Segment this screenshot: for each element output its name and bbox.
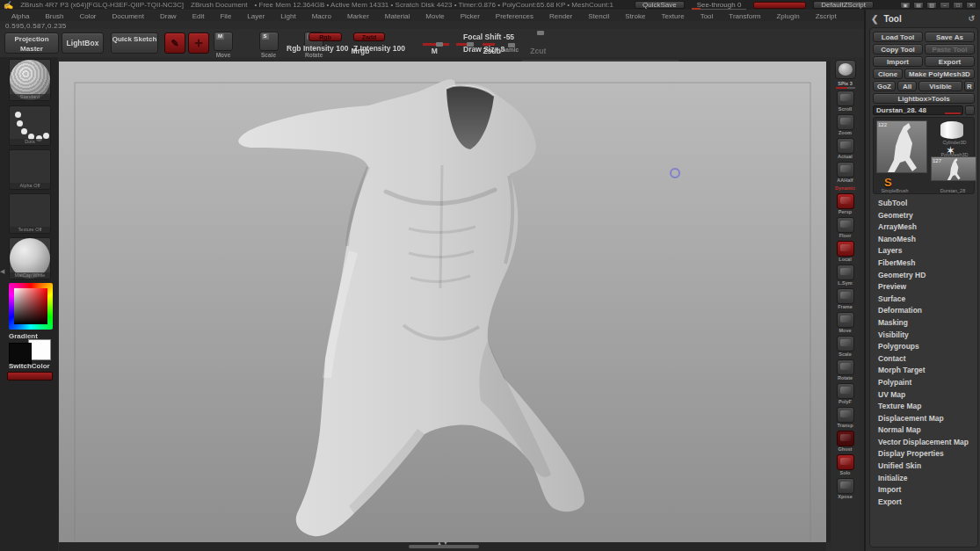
export-button[interactable]: Export (925, 56, 975, 67)
window-control-icon[interactable]: ✕ (966, 2, 976, 9)
right-shelf-item[interactable]: PolyF (837, 383, 854, 405)
menu-item[interactable]: Brush (37, 12, 71, 20)
script-red-button[interactable] (7, 372, 53, 381)
menu-item[interactable]: Transform (721, 12, 768, 20)
subpalette-item[interactable]: Surface (873, 294, 975, 306)
menu-item[interactable]: Alpha (4, 12, 37, 20)
menu-item[interactable]: Preferences (488, 12, 541, 20)
right-shelf-item[interactable]: Rotate (837, 359, 854, 381)
subpalette-item[interactable]: Geometry HD (873, 270, 975, 282)
saturation-value-square[interactable] (14, 288, 47, 324)
right-shelf-item[interactable]: Persp (837, 193, 854, 215)
subpalette-item[interactable]: SubTool (873, 198, 975, 210)
menu-item[interactable]: Zscript (808, 12, 845, 20)
subpalette-item[interactable]: Masking (873, 317, 975, 330)
menu-item[interactable]: Macro (304, 12, 339, 20)
window-control-icon[interactable]: □ (953, 2, 963, 9)
right-shelf-item[interactable]: Xpose (837, 478, 854, 500)
menu-item[interactable]: Edit (185, 12, 213, 20)
current-stroke-thumbnail[interactable]: Dots (9, 105, 51, 146)
right-shelf-item[interactable]: AAHalf (837, 162, 854, 184)
current-tool-thumbnail[interactable]: 122 (876, 120, 927, 173)
tray-collapse-icon[interactable]: ◀ (0, 268, 4, 275)
right-shelf-item[interactable]: Frame (837, 288, 854, 310)
durstan-thumbnail[interactable]: 127 (931, 156, 976, 181)
menu-item[interactable]: Marker (339, 12, 377, 20)
lightbox-tools-button[interactable]: Lightbox>Tools (873, 93, 975, 104)
goz-button[interactable]: GoZ (873, 81, 896, 91)
load-tool-button[interactable]: Load Tool (873, 32, 923, 42)
subpalette-item[interactable]: Texture Map (873, 401, 975, 413)
menu-item[interactable]: Stroke (617, 12, 653, 20)
quick-sketch-button[interactable]: Quick Sketch (111, 33, 158, 54)
subpalette-item[interactable]: Morph Target (873, 365, 975, 377)
subpalette-item[interactable]: Import (873, 484, 975, 497)
subpalette-item[interactable]: NanoMesh (873, 234, 975, 246)
current-brush-thumbnail[interactable]: Standard (9, 59, 51, 101)
menu-item[interactable]: Material (377, 12, 417, 20)
paste-tool-button[interactable]: Paste Tool (925, 44, 975, 54)
lightbox-button[interactable]: LightBox (62, 33, 104, 54)
right-shelf-item[interactable] (835, 60, 856, 79)
import-button[interactable]: Import (873, 56, 923, 67)
z-intensity-slider[interactable]: Z Intensity 100 (353, 44, 457, 53)
subpalette-item[interactable]: Display Properties (873, 448, 975, 460)
subpalette-item[interactable]: Polygroups (873, 341, 975, 353)
subpalette-item[interactable]: Displacement Map (873, 413, 975, 425)
right-shelf-item[interactable]: Local (837, 241, 854, 263)
subpalette-item[interactable]: UV Map (873, 389, 975, 402)
current-alpha-thumbnail[interactable]: Alpha Off (9, 149, 51, 190)
simplebrush-thumbnail[interactable]: S (884, 176, 892, 189)
window-control-icon[interactable]: ▥ (926, 2, 937, 9)
make-polymesh3d-button[interactable]: Make PolyMesh3D (904, 69, 975, 79)
menu-item[interactable]: Picker (453, 12, 488, 20)
menu-item[interactable]: Zplugin (768, 12, 807, 20)
subpalette-item[interactable]: Deformation (873, 305, 975, 317)
right-shelf-item[interactable]: Move (837, 312, 854, 334)
menu-item[interactable]: Tool (693, 12, 722, 20)
subpalette-item[interactable]: Preview (873, 281, 975, 294)
menu-item[interactable]: Document (105, 12, 152, 20)
menu-item[interactable]: Light (272, 12, 303, 20)
right-shelf-item[interactable]: Floor (837, 217, 854, 239)
zadd-button[interactable]: Zadd (353, 33, 385, 41)
right-shelf-item[interactable]: Ghost (837, 431, 854, 453)
subpalette-item[interactable]: FiberMesh (873, 257, 975, 270)
rgb-button[interactable]: Rgb (309, 33, 342, 41)
right-shelf-item[interactable]: Transp (837, 407, 854, 429)
goz-visible-button[interactable]: Visible (918, 81, 962, 91)
right-shelf-item[interactable]: Solo (837, 454, 854, 476)
current-material-thumbnail[interactable]: MatCap White (9, 237, 51, 279)
subpalette-item[interactable]: Normal Map (873, 424, 975, 437)
restore-config-icon[interactable]: ↺ (968, 14, 975, 23)
window-control-icon[interactable]: ▣ (900, 2, 911, 9)
document-canvas[interactable] (59, 62, 826, 542)
save-as-button[interactable]: Save As (925, 32, 975, 42)
menu-item[interactable]: Color (71, 12, 104, 20)
subpalette-item[interactable]: Visibility (873, 330, 975, 342)
color-picker[interactable] (9, 283, 53, 330)
subpalette-item[interactable]: Polypaint (873, 377, 975, 389)
right-shelf-item[interactable]: Zoom (837, 114, 854, 136)
default-zscript-button[interactable]: DefaultZScript (813, 1, 874, 9)
subpalette-item[interactable]: Vector Displacement Map (873, 437, 975, 449)
menu-item[interactable]: Stencil (580, 12, 617, 20)
goz-all-button[interactable]: All (897, 81, 917, 91)
edit-button[interactable]: ✎ (164, 33, 185, 54)
right-shelf-item[interactable]: Actual (837, 138, 854, 160)
window-control-icon[interactable]: – (940, 2, 950, 9)
menu-item[interactable]: Texture (653, 12, 692, 20)
right-shelf-item[interactable]: L.Sym (837, 265, 854, 286)
current-texture-thumbnail[interactable]: Texture Off (9, 193, 51, 234)
right-shelf-item[interactable]: SPix 3 (836, 81, 855, 89)
right-shelf-item[interactable]: Scale (837, 336, 854, 358)
subpalette-item[interactable]: Unified Skin (873, 460, 975, 473)
dynamic-label[interactable]: Dynamic (495, 47, 519, 53)
menu-item[interactable]: File (212, 12, 239, 20)
draw-button[interactable]: ✛ (188, 33, 209, 54)
switch-color-primary[interactable] (9, 343, 32, 364)
move-button[interactable]: MMove (214, 32, 233, 51)
tool-name-slider[interactable]: Durstan_28. 48 (873, 105, 963, 115)
subpalette-item[interactable]: Initialize (873, 473, 975, 485)
subpalette-item[interactable]: Contact (873, 353, 975, 366)
